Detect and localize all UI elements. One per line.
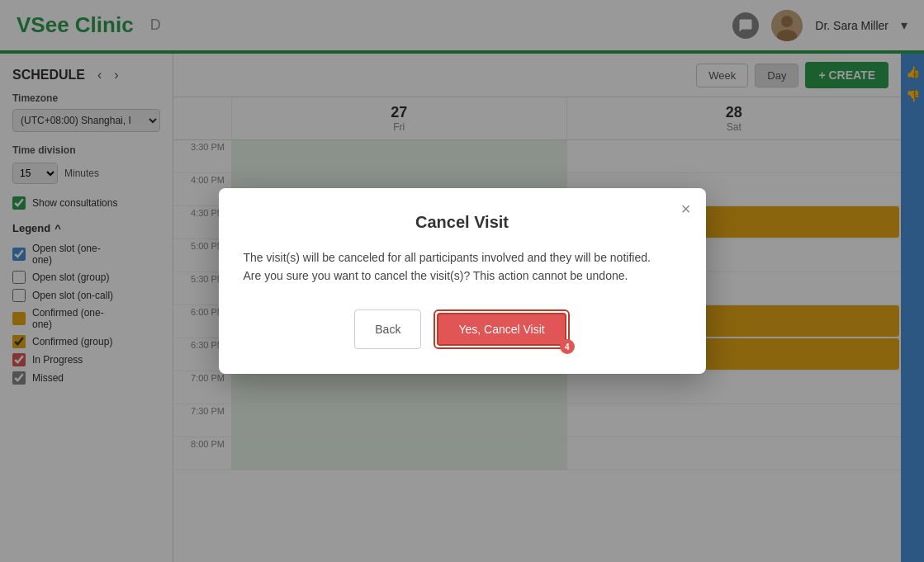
modal-overlay[interactable]: × Cancel Visit The visit(s) will be canc… [0, 0, 924, 562]
yes-cancel-visit-button[interactable]: Yes, Cancel Visit [437, 313, 566, 346]
cancel-visit-modal: × Cancel Visit The visit(s) will be canc… [219, 188, 706, 375]
modal-title: Cancel Visit [244, 213, 681, 232]
back-button[interactable]: Back [354, 309, 421, 349]
modal-footer: Back Yes, Cancel Visit 4 [244, 309, 681, 349]
cancel-visit-wrapper: Yes, Cancel Visit 4 [434, 309, 569, 349]
modal-body: The visit(s) will be canceled for all pa… [244, 248, 681, 286]
modal-close-button[interactable]: × [681, 201, 691, 217]
badge-count: 4 [560, 339, 575, 354]
